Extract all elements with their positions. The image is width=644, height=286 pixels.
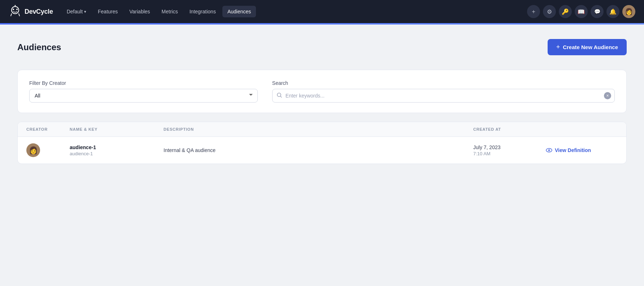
table-row: 👩 audience-1 audience-1 Internal & QA au… <box>18 137 626 164</box>
search-button[interactable]: 🔑 <box>559 5 572 18</box>
add-button[interactable]: ＋ <box>527 5 540 18</box>
book-icon: 📖 <box>578 8 585 15</box>
nav-icons: ＋ ⚙ 🔑 📖 💬 🔔 👩 <box>527 5 635 18</box>
svg-line-6 <box>19 14 19 16</box>
bell-icon: 🔔 <box>609 8 617 15</box>
main-content: Audiences + Create New Audience Filter B… <box>0 25 644 178</box>
creator-filter-group: Filter By Creator All <box>29 80 258 103</box>
logo-text: DevCycle <box>25 8 53 16</box>
col-name-key: NAME & KEY <box>70 127 164 131</box>
page-title: Audiences <box>17 42 61 52</box>
view-definition-button[interactable]: View Definition <box>545 147 591 154</box>
nav-link-integrations[interactable]: Integrations <box>184 6 221 17</box>
chevron-down-icon: ▾ <box>84 9 86 14</box>
discord-icon: 💬 <box>594 9 600 14</box>
logo[interactable]: DevCycle <box>9 5 53 18</box>
search-filter-group: Search × <box>272 80 615 103</box>
search-wrapper: × <box>272 89 615 103</box>
nav-link-metrics[interactable]: Metrics <box>157 6 183 17</box>
plus-icon: + <box>556 43 560 51</box>
search-input[interactable] <box>272 89 615 103</box>
logo-icon <box>9 5 22 18</box>
col-action <box>545 127 618 131</box>
gear-icon: ⚙ <box>547 8 552 15</box>
audience-table: CREATOR NAME & KEY DESCRIPTION CREATED A… <box>17 122 627 164</box>
row-action: View Definition <box>545 147 618 154</box>
created-time: 7:10 AM <box>473 151 545 156</box>
audience-name: audience-1 <box>70 144 164 150</box>
avatar: 👩 <box>26 143 40 157</box>
row-description: Internal & QA audience <box>164 147 473 153</box>
settings-button[interactable]: ⚙ <box>543 5 556 18</box>
svg-point-4 <box>15 5 16 6</box>
discord-button[interactable]: 💬 <box>591 5 604 18</box>
search-label: Search <box>272 80 615 86</box>
svg-point-0 <box>12 6 19 14</box>
page-header: Audiences + Create New Audience <box>17 39 627 55</box>
col-created-at: CREATED AT <box>473 127 545 131</box>
row-name-key: audience-1 audience-1 <box>70 144 164 156</box>
eye-icon <box>545 147 553 154</box>
nav-link-audiences[interactable]: Audiences <box>222 6 256 17</box>
filter-card: Filter By Creator All Search × <box>17 70 627 113</box>
close-icon: × <box>606 93 609 98</box>
col-creator: CREATOR <box>26 127 70 131</box>
plus-icon: ＋ <box>531 8 536 16</box>
key-icon: 🔑 <box>562 8 569 15</box>
table-header: CREATOR NAME & KEY DESCRIPTION CREATED A… <box>18 122 626 137</box>
col-description: DESCRIPTION <box>164 127 473 131</box>
nav-link-variables[interactable]: Variables <box>124 6 155 17</box>
notifications-button[interactable]: 🔔 <box>606 5 619 18</box>
creator-filter-label: Filter By Creator <box>29 80 258 86</box>
nav-link-default[interactable]: Default ▾ <box>62 6 91 17</box>
svg-point-2 <box>16 9 18 10</box>
docs-button[interactable]: 📖 <box>575 5 588 18</box>
created-date: July 7, 2023 <box>473 144 545 150</box>
row-created-at: July 7, 2023 7:10 AM <box>473 144 545 156</box>
top-nav: DevCycle Default ▾ Features Variables Me… <box>0 0 644 23</box>
user-avatar[interactable]: 👩 <box>622 5 635 18</box>
svg-line-5 <box>11 14 12 16</box>
create-new-audience-button[interactable]: + Create New Audience <box>548 39 627 55</box>
creator-select[interactable]: All <box>29 89 258 103</box>
search-clear-button[interactable]: × <box>604 92 611 99</box>
svg-point-1 <box>13 9 14 10</box>
nav-link-features[interactable]: Features <box>93 6 123 17</box>
creator-select-wrapper: All <box>29 89 258 103</box>
audience-key: audience-1 <box>70 151 164 156</box>
nav-links: Default ▾ Features Variables Metrics Int… <box>62 6 527 17</box>
svg-point-11 <box>549 150 549 151</box>
row-creator-avatar: 👩 <box>26 143 70 157</box>
